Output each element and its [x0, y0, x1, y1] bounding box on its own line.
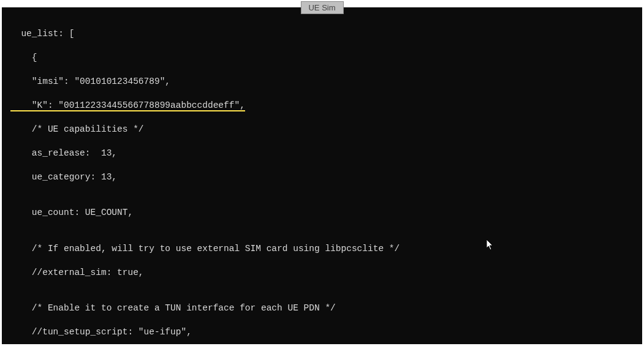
code-line: //external_sim: true,	[10, 267, 634, 279]
code-line: /* UE capabilities */	[10, 124, 634, 136]
code-line: ue_category: 13,	[10, 171, 634, 184]
code-editor[interactable]: ue_list: [ { "imsi": "001010123456789", …	[2, 7, 642, 344]
code-line: /* If enabled, will try to use external …	[10, 243, 634, 255]
code-line: as_release: 13,	[10, 148, 634, 160]
code-line: ue_list: [	[10, 28, 634, 40]
code-line: ue_count: UE_COUNT,	[10, 207, 634, 219]
code-line: //tun_setup_script: "ue-ifup",	[10, 326, 634, 339]
code-line: {	[10, 52, 634, 64]
code-line: /* Enable it to create a TUN interface f…	[10, 303, 634, 315]
tab-ue-sim[interactable]: UE Sim	[300, 1, 343, 14]
code-line: "imsi": "001010123456789",	[10, 76, 634, 88]
code-line-highlighted: "K": "00112233445566778899aabbccddeeff",	[10, 100, 634, 112]
